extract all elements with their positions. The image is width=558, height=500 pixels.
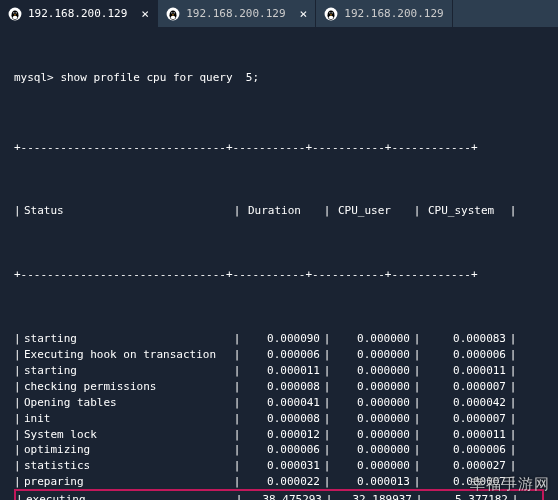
cell-cpu_system: 0.000006: [424, 442, 506, 458]
table-border-mid: +-------------------------------+-------…: [14, 267, 544, 283]
table-row: |executing|38.475293|32.189937|5.377182|: [14, 489, 544, 500]
cell-duration: 38.475293: [246, 492, 322, 500]
pipe-divider: |: [230, 458, 244, 474]
cell-status: init: [24, 411, 230, 427]
cell-duration: 0.000011: [244, 363, 320, 379]
pipe-divider: |: [410, 474, 424, 490]
cell-status: optimizing: [24, 442, 230, 458]
pipe-divider: |: [14, 331, 24, 347]
col-status: Status: [24, 203, 230, 219]
pipe-divider: |: [230, 474, 244, 490]
terminal-output: mysql> show profile cpu for query 5; +--…: [0, 28, 558, 500]
watermark: 幸福手游网: [470, 475, 550, 494]
cell-duration: 0.000022: [244, 474, 320, 490]
pipe-divider: |: [410, 411, 424, 427]
pipe-divider: |: [232, 492, 246, 500]
cell-duration: 0.000006: [244, 347, 320, 363]
cell-cpu_system: 0.000007: [424, 411, 506, 427]
table-row: |System lock|0.000012|0.000000|0.000011|: [14, 427, 544, 443]
pipe-divider: |: [506, 442, 520, 458]
svg-point-2: [13, 15, 18, 19]
pipe-divider: |: [230, 331, 244, 347]
pipe-divider: |: [506, 411, 520, 427]
cell-duration: 0.000041: [244, 395, 320, 411]
pipe-divider: |: [410, 442, 424, 458]
pipe-divider: |: [230, 363, 244, 379]
svg-point-8: [171, 12, 172, 13]
pipe-divider: |: [230, 395, 244, 411]
pipe-divider: |: [506, 347, 520, 363]
cell-cpu_system: 0.000007: [424, 379, 506, 395]
cell-status: starting: [24, 363, 230, 379]
pipe-divider: |: [320, 331, 334, 347]
pipe-divider: |: [412, 492, 426, 500]
tab-bar: 192.168.200.129×192.168.200.129×192.168.…: [0, 0, 558, 28]
pipe-divider: |: [506, 427, 520, 443]
cell-duration: 0.000006: [244, 442, 320, 458]
pipe-divider: |: [320, 427, 334, 443]
pipe-divider: |: [410, 379, 424, 395]
cell-status: Opening tables: [24, 395, 230, 411]
tux-icon: [166, 7, 180, 21]
cell-cpu_user: 32.189937: [336, 492, 412, 500]
cell-duration: 0.000031: [244, 458, 320, 474]
table-row: |preparing|0.000022|0.000013|0.000007|: [14, 474, 544, 490]
cell-duration: 0.000008: [244, 411, 320, 427]
cell-cpu_user: 0.000000: [334, 363, 410, 379]
cell-cpu_system: 0.000006: [424, 347, 506, 363]
col-cpu-system: CPU_system: [424, 203, 506, 219]
cell-cpu_user: 0.000000: [334, 347, 410, 363]
cell-cpu_user: 0.000000: [334, 458, 410, 474]
svg-point-4: [15, 12, 16, 13]
svg-point-3: [13, 12, 14, 13]
pipe-divider: |: [410, 331, 424, 347]
tab[interactable]: 192.168.200.129×: [158, 0, 316, 27]
tab-label: 192.168.200.129: [186, 7, 285, 20]
tab-label: 192.168.200.129: [28, 7, 127, 20]
cell-status: checking permissions: [24, 379, 230, 395]
pipe-divider: |: [320, 347, 334, 363]
pipe-divider: |: [14, 427, 24, 443]
cell-cpu_user: 0.000000: [334, 379, 410, 395]
cell-cpu_system: 0.000011: [424, 363, 506, 379]
table-row: |starting|0.000090|0.000000|0.000083|: [14, 331, 544, 347]
prompt: mysql>: [14, 70, 54, 86]
pipe-divider: |: [506, 363, 520, 379]
pipe-divider: |: [320, 363, 334, 379]
pipe-divider: |: [230, 379, 244, 395]
cell-status: executing: [26, 492, 232, 500]
pipe-divider: |: [14, 379, 24, 395]
cell-cpu_user: 0.000000: [334, 331, 410, 347]
table-row: |init|0.000008|0.000000|0.000007|: [14, 411, 544, 427]
pipe-divider: |: [322, 492, 336, 500]
cell-cpu_system: 0.000027: [424, 458, 506, 474]
cell-duration: 0.000012: [244, 427, 320, 443]
table-row: |statistics|0.000031|0.000000|0.000027|: [14, 458, 544, 474]
cell-cpu_system: 0.000042: [424, 395, 506, 411]
cell-status: statistics: [24, 458, 230, 474]
pipe-divider: |: [320, 442, 334, 458]
pipe-divider: |: [14, 347, 24, 363]
cell-cpu_user: 0.000000: [334, 395, 410, 411]
pipe-divider: |: [230, 427, 244, 443]
svg-point-12: [329, 15, 334, 19]
svg-point-9: [174, 12, 175, 13]
col-duration: Duration: [244, 203, 320, 219]
tux-icon: [324, 7, 338, 21]
tab-label: 192.168.200.129: [344, 7, 443, 20]
pipe-divider: |: [410, 347, 424, 363]
cell-status: preparing: [24, 474, 230, 490]
table-row: |Opening tables|0.000041|0.000000|0.0000…: [14, 395, 544, 411]
pipe-divider: |: [506, 379, 520, 395]
cell-cpu_system: 0.000083: [424, 331, 506, 347]
tab[interactable]: 192.168.200.129: [316, 0, 452, 27]
pipe-divider: |: [410, 395, 424, 411]
cell-status: starting: [24, 331, 230, 347]
close-icon[interactable]: ×: [300, 7, 308, 20]
pipe-divider: |: [320, 379, 334, 395]
tab[interactable]: 192.168.200.129×: [0, 0, 158, 27]
pipe-divider: |: [14, 458, 24, 474]
pipe-divider: |: [16, 492, 26, 500]
col-cpu-user: CPU_user: [334, 203, 410, 219]
close-icon[interactable]: ×: [141, 7, 149, 20]
